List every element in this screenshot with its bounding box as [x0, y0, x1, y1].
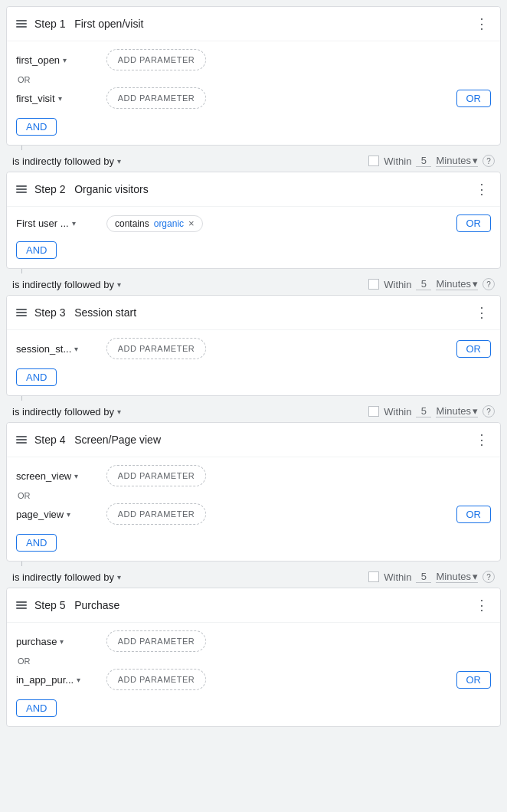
event-name-1: first_open — [16, 54, 60, 66]
connector-select-3[interactable]: is indirectly followed by ▾ — [12, 406, 121, 417]
step-1-more-button[interactable]: ⋮ — [473, 15, 491, 33]
step-5-name: Purchase — [74, 599, 119, 611]
step-5-title: Step 5 Purchase — [34, 599, 473, 611]
dropdown-arrow-5[interactable]: ▾ — [74, 472, 78, 480]
dropdown-arrow-6[interactable]: ▾ — [67, 510, 70, 519]
step-3-name: Session start — [74, 306, 136, 319]
add-param-btn-8[interactable]: ADD PARAMETER — [106, 669, 206, 690]
or-btn-3[interactable]: OR — [456, 340, 492, 358]
within-unit-1[interactable]: Minutes ▾ — [436, 155, 478, 167]
help-icon-2[interactable]: ? — [482, 278, 495, 290]
add-param-btn-5[interactable]: ADD PARAMETER — [106, 465, 206, 486]
or-btn-5[interactable]: OR — [456, 671, 492, 689]
event-select-1[interactable]: first_open ▾ — [16, 54, 100, 66]
and-btn-4[interactable]: AND — [16, 534, 57, 552]
step-2-header: Step 2 Organic visitors ⋮ — [7, 172, 500, 207]
connector-row-4: is indirectly followed by ▾ Within 5 Min… — [6, 566, 501, 588]
within-section-1: Within 5 Minutes ▾ ? — [368, 155, 495, 167]
step-4-title: Step 4 Screen/Page view — [34, 434, 473, 446]
event-select-5[interactable]: screen_view ▾ — [16, 470, 100, 482]
connector-label-4: is indirectly followed by — [12, 571, 114, 583]
within-unit-3[interactable]: Minutes ▾ — [436, 405, 478, 417]
and-btn-2[interactable]: AND — [16, 241, 57, 259]
within-unit-text-3: Minutes — [436, 405, 471, 417]
and-btn-3[interactable]: AND — [16, 368, 57, 386]
event-select-8[interactable]: in_app_pur... ▾ — [16, 674, 100, 686]
step-2-body: First user ... ▾ contains organic × OR A… — [7, 207, 500, 268]
within-unit-2[interactable]: Minutes ▾ — [436, 278, 478, 290]
event-select-7[interactable]: purchase ▾ — [16, 636, 100, 647]
step-card-2: Step 2 Organic visitors ⋮ First user ...… — [6, 172, 501, 269]
add-param-btn-4[interactable]: ADD PARAMETER — [106, 338, 206, 359]
connector-label-1: is indirectly followed by — [12, 156, 114, 167]
or-btn-1[interactable]: OR — [456, 90, 492, 107]
connector-dropdown-3[interactable]: ▾ — [117, 408, 121, 416]
connector-dropdown-1[interactable]: ▾ — [117, 157, 121, 165]
within-label-4: Within — [384, 571, 411, 583]
within-section-3: Within 5 Minutes ▾ ? — [368, 405, 495, 417]
help-icon-1[interactable]: ? — [482, 155, 495, 167]
event-row-6: page_view ▾ ADD PARAMETER OR — [16, 503, 491, 525]
drag-handle-3[interactable] — [16, 309, 27, 316]
dropdown-arrow-3[interactable]: ▾ — [72, 219, 76, 228]
event-select-6[interactable]: page_view ▾ — [16, 509, 100, 520]
within-unit-text-1: Minutes — [436, 155, 471, 166]
step-2-title: Step 2 Organic visitors — [34, 183, 473, 195]
param-chip-1: contains organic × — [106, 215, 203, 232]
drag-handle-1[interactable] — [16, 20, 27, 28]
param-chip-close-1[interactable]: × — [188, 218, 195, 228]
step-5-more-button[interactable]: ⋮ — [473, 596, 491, 614]
event-row-3: First user ... ▾ contains organic × OR — [16, 214, 491, 232]
drag-handle-2[interactable] — [16, 185, 27, 193]
or-btn-2[interactable]: OR — [456, 214, 492, 232]
add-param-btn-6[interactable]: ADD PARAMETER — [106, 503, 206, 525]
or-label-3: OR — [16, 656, 491, 666]
event-name-2: first_visit — [16, 93, 55, 104]
within-checkbox-4[interactable] — [368, 571, 379, 582]
event-select-4[interactable]: session_st... ▾ — [16, 343, 100, 355]
dropdown-arrow-2[interactable]: ▾ — [58, 94, 62, 103]
and-btn-1[interactable]: AND — [16, 118, 57, 136]
help-icon-4[interactable]: ? — [482, 571, 495, 583]
within-unit-text-2: Minutes — [436, 278, 471, 290]
and-btn-5[interactable]: AND — [16, 699, 57, 717]
connector-1: is indirectly followed by ▾ Within 5 Min… — [6, 146, 501, 172]
help-icon-3[interactable]: ? — [482, 405, 495, 417]
step-3-number: Step 3 — [34, 306, 65, 319]
within-checkbox-1[interactable] — [368, 156, 379, 166]
event-name-5: screen_view — [16, 470, 71, 482]
drag-handle-4[interactable] — [16, 436, 27, 444]
within-checkbox-3[interactable] — [368, 406, 379, 417]
add-param-btn-2[interactable]: ADD PARAMETER — [106, 87, 206, 109]
connector-select-1[interactable]: is indirectly followed by ▾ — [12, 156, 121, 167]
event-name-4: session_st... — [16, 343, 71, 355]
drag-handle-5[interactable] — [16, 601, 27, 609]
step-2-more-button[interactable]: ⋮ — [473, 180, 491, 198]
step-4-name: Screen/Page view — [74, 434, 161, 446]
connector-select-2[interactable]: is indirectly followed by ▾ — [12, 279, 121, 290]
connector-4: is indirectly followed by ▾ Within 5 Min… — [6, 562, 501, 588]
dropdown-arrow-4[interactable]: ▾ — [74, 345, 78, 353]
step-3-body: session_st... ▾ ADD PARAMETER OR AND — [7, 330, 500, 395]
step-1-name: First open/visit — [74, 18, 143, 30]
dropdown-arrow-7[interactable]: ▾ — [60, 637, 64, 646]
connector-label-2: is indirectly followed by — [12, 279, 114, 290]
connector-select-4[interactable]: is indirectly followed by ▾ — [12, 571, 121, 583]
step-3-more-button[interactable]: ⋮ — [473, 303, 491, 322]
dropdown-arrow-8[interactable]: ▾ — [77, 676, 80, 684]
connector-row-2: is indirectly followed by ▾ Within 5 Min… — [6, 273, 501, 295]
event-select-3[interactable]: First user ... ▾ — [16, 218, 100, 229]
within-unit-4[interactable]: Minutes ▾ — [436, 571, 478, 583]
add-param-btn-1[interactable]: ADD PARAMETER — [106, 49, 206, 70]
event-select-2[interactable]: first_visit ▾ — [16, 93, 100, 104]
connector-dropdown-4[interactable]: ▾ — [117, 573, 121, 581]
dropdown-arrow-1[interactable]: ▾ — [63, 56, 67, 64]
within-checkbox-2[interactable] — [368, 279, 379, 290]
add-param-btn-7[interactable]: ADD PARAMETER — [106, 630, 206, 652]
or-btn-4[interactable]: OR — [456, 506, 492, 523]
step-4-more-button[interactable]: ⋮ — [473, 431, 491, 449]
connector-row-3: is indirectly followed by ▾ Within 5 Min… — [6, 401, 501, 422]
event-row-7: purchase ▾ ADD PARAMETER — [16, 630, 491, 652]
within-label-2: Within — [384, 279, 411, 290]
connector-dropdown-2[interactable]: ▾ — [117, 280, 121, 289]
